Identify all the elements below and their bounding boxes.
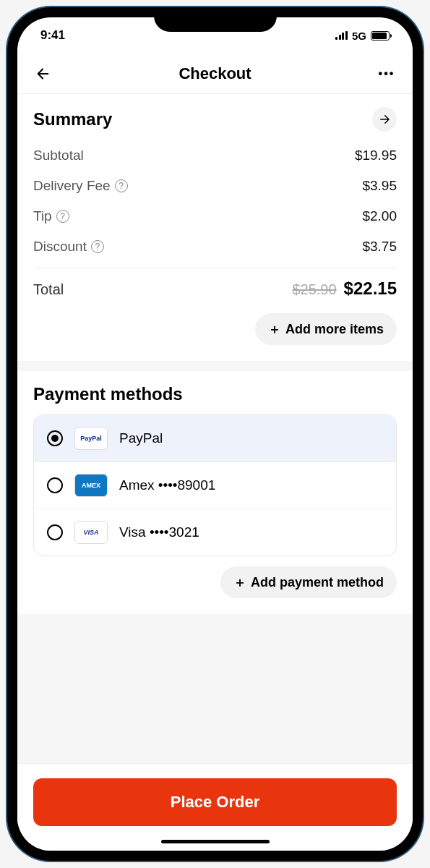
radio-unselected <box>47 524 63 540</box>
row-value: $19.95 <box>355 148 397 163</box>
visa-logo-icon: VISA <box>74 521 108 544</box>
place-order-button[interactable]: Place Order <box>33 778 397 826</box>
spacer <box>17 614 413 658</box>
summary-section: Summary Subtotal $19.95 Delivery Fee? $3… <box>17 94 413 361</box>
payment-method-paypal[interactable]: PayPal PayPal <box>34 415 396 461</box>
payment-method-label: Amex ••••89001 <box>119 477 215 493</box>
status-indicators: 5G <box>335 30 390 42</box>
payment-method-visa[interactable]: VISA Visa ••••3021 <box>34 509 396 556</box>
payment-method-label: Visa ••••3021 <box>119 524 199 540</box>
nav-bar: Checkout ••• <box>17 54 413 94</box>
add-more-label: Add more items <box>285 322 384 337</box>
plus-icon: ＋ <box>268 320 281 338</box>
network-label: 5G <box>352 30 366 42</box>
divider <box>33 268 397 268</box>
payment-methods-list: PayPal PayPal AMEX Amex ••••89001 VISA V… <box>33 414 397 556</box>
payment-section: Payment methods PayPal PayPal AMEX Amex … <box>17 371 413 614</box>
screen: 9:41 5G Checkout ••• Summary <box>17 17 413 851</box>
home-indicator[interactable] <box>161 840 270 843</box>
arrow-left-icon <box>35 66 51 82</box>
row-value: $3.75 <box>362 239 397 255</box>
more-button[interactable]: ••• <box>375 62 398 85</box>
help-icon[interactable]: ? <box>56 210 69 223</box>
signal-icon <box>335 31 348 40</box>
notch <box>154 7 277 32</box>
phone-frame: 9:41 5G Checkout ••• Summary <box>7 7 423 861</box>
arrow-right-icon <box>378 113 391 126</box>
add-payment-label: Add payment method <box>251 575 384 590</box>
battery-icon <box>371 31 390 41</box>
total-row: Total $25.90 $22.15 <box>33 271 397 303</box>
add-more-items-button[interactable]: ＋ Add more items <box>255 313 397 345</box>
add-payment-method-button[interactable]: ＋ Add payment method <box>220 566 397 598</box>
row-value: $3.95 <box>362 178 397 194</box>
radio-selected <box>47 430 63 446</box>
bottom-bar: Place Order <box>17 763 413 851</box>
summary-row: Subtotal $19.95 <box>33 140 397 171</box>
summary-row: Tip? $2.00 <box>33 201 397 231</box>
summary-expand-button[interactable] <box>372 107 397 132</box>
summary-row: Discount? $3.75 <box>33 231 397 262</box>
summary-title: Summary <box>33 109 112 129</box>
total-label: Total <box>33 281 64 298</box>
payment-title: Payment methods <box>33 384 397 404</box>
row-label: Delivery Fee <box>33 178 111 194</box>
back-button[interactable] <box>32 62 55 85</box>
payment-method-amex[interactable]: AMEX Amex ••••89001 <box>34 461 396 509</box>
row-label: Subtotal <box>33 148 84 163</box>
total-final: $22.15 <box>344 278 397 299</box>
total-original: $25.90 <box>292 281 336 298</box>
help-icon[interactable]: ? <box>91 240 104 253</box>
amex-logo-icon: AMEX <box>74 474 108 497</box>
payment-method-label: PayPal <box>119 430 163 446</box>
row-label: Tip <box>33 208 52 224</box>
row-value: $2.00 <box>362 208 397 224</box>
summary-row: Delivery Fee? $3.95 <box>33 171 397 201</box>
plus-icon: ＋ <box>233 574 246 591</box>
paypal-logo-icon: PayPal <box>74 427 108 450</box>
content: Summary Subtotal $19.95 Delivery Fee? $3… <box>17 94 413 763</box>
status-time: 9:41 <box>40 28 65 43</box>
page-title: Checkout <box>55 64 375 83</box>
radio-unselected <box>47 477 63 493</box>
row-label: Discount <box>33 239 87 255</box>
dots-icon: ••• <box>379 67 395 80</box>
help-icon[interactable]: ? <box>115 179 128 192</box>
